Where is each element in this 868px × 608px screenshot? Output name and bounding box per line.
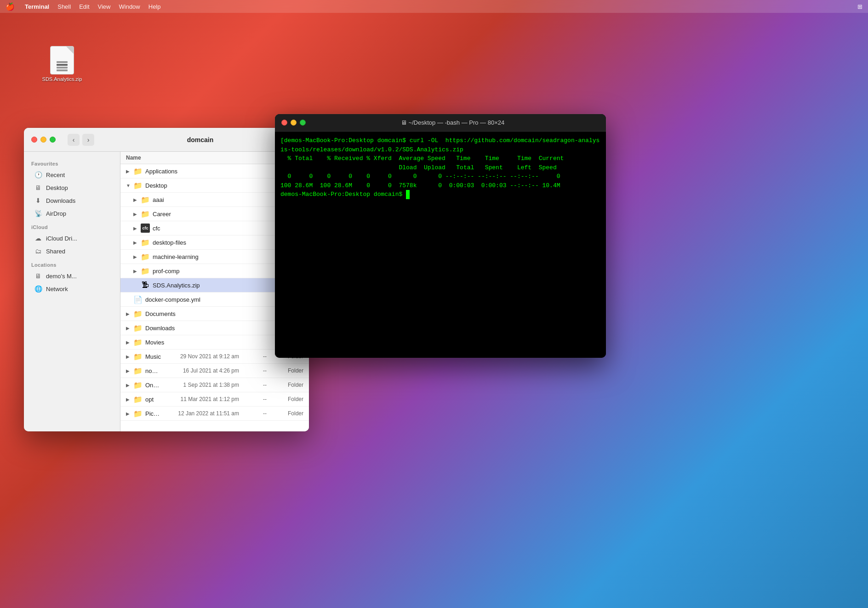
terminal-line-4: 0 0 0 0 0 0 0 0 --:--:-- --:--:-- --:--:… <box>280 172 600 181</box>
sidebar-item-desktop[interactable]: 🖥 Desktop <box>27 181 117 194</box>
icloud-icon: ☁ <box>34 234 42 242</box>
table-row[interactable]: ▶ 📁 opt 11 Mar 2021 at 1:12 pm -- Folder <box>120 392 309 407</box>
folder-icon: 📁 <box>133 395 143 404</box>
table-row[interactable]: ▶ 📁 node_modules 16 Jul 2021 at 4:26 pm … <box>120 364 309 378</box>
folder-icon: 📁 <box>133 323 143 333</box>
sidebar-item-shared[interactable]: 🗂 Shared <box>27 245 117 258</box>
chevron-icon: ▶ <box>126 383 133 388</box>
favourites-header: Favourites <box>24 156 120 168</box>
menubar-shell[interactable]: Shell <box>57 3 71 10</box>
sidebar-item-recent[interactable]: 🕐 Recent <box>27 168 117 181</box>
downloads-icon: ⬇ <box>34 196 42 205</box>
finder-sidebar: Favourites 🕐 Recent 🖥 Desktop ⬇ Download… <box>24 152 120 431</box>
chevron-icon: ▶ <box>133 212 141 217</box>
file-kind: Folder <box>267 396 303 402</box>
finder-forward-button[interactable]: › <box>82 134 94 146</box>
menubar-window[interactable]: Window <box>119 3 140 10</box>
menubar-view[interactable]: View <box>98 3 111 10</box>
terminal-traffic-lights <box>281 120 306 126</box>
terminal-line-3: Dload Upload Total Spent Left Speed <box>280 163 600 172</box>
sidebar-item-network[interactable]: 🌐 Network <box>27 282 117 295</box>
file-size: -- <box>239 367 267 374</box>
file-name: Music <box>145 353 161 360</box>
zip-icon: 🗜 <box>141 281 150 290</box>
sidebar-recent-label: Recent <box>46 172 65 178</box>
folder-icon: 📁 <box>133 380 143 390</box>
finder-body: Favourites 🕐 Recent 🖥 Desktop ⬇ Download… <box>24 152 309 431</box>
file-date: 12 Jan 2022 at 11:51 am <box>161 410 239 417</box>
special-folder-icon: 📁 <box>141 252 150 261</box>
folder-icon: 📁 <box>133 409 143 418</box>
folder-icon: 📁 <box>133 338 143 347</box>
sidebar-item-airdrop[interactable]: 📡 AirDrop <box>27 207 117 220</box>
sidebar-item-mac[interactable]: 🖥 demo's M... <box>27 270 117 282</box>
sidebar-item-icloud[interactable]: ☁ iCloud Dri... <box>27 232 117 245</box>
terminal-close-button[interactable] <box>281 120 287 126</box>
finder-maximize-button[interactable] <box>50 137 56 143</box>
file-kind: Folder <box>267 410 303 417</box>
terminal-maximize-button[interactable] <box>300 120 306 126</box>
sidebar-airdrop-label: AirDrop <box>46 210 66 217</box>
icloud-header: iCloud <box>24 220 120 232</box>
chevron-icon: ▶ <box>133 240 141 245</box>
folder-icon: 📁 <box>133 352 143 361</box>
finder-back-button[interactable]: ‹ <box>68 134 80 146</box>
folder-icon: 📁 <box>141 238 150 247</box>
file-kind: Folder <box>267 382 303 388</box>
menubar: 🍎 Terminal Shell Edit View Window Help ⊞ <box>0 0 868 13</box>
network-icon: 🌐 <box>34 285 42 293</box>
terminal-body[interactable]: [demos-MacBook-Pro:Desktop domcain$ curl… <box>275 132 606 358</box>
terminal-line-2: % Total % Received % Xferd Average Speed… <box>280 154 600 163</box>
menubar-help[interactable]: Help <box>148 3 161 10</box>
file-name: opt <box>145 396 161 403</box>
folder-icon: 📁 <box>133 181 143 190</box>
file-date: 1 Sep 2021 at 1:38 pm <box>161 382 239 388</box>
sidebar-network-label: Network <box>46 286 68 293</box>
table-row[interactable]: ▶ 📁 Pictures 12 Jan 2022 at 11:51 am -- … <box>120 407 309 421</box>
chevron-icon: ▶ <box>126 411 133 416</box>
apple-menu[interactable]: 🍎 <box>6 2 15 11</box>
special-folder-icon: 📁 <box>141 195 150 204</box>
terminal-minimize-button[interactable] <box>291 120 297 126</box>
folder-icon: 📁 <box>141 209 150 218</box>
sidebar-desktop-label: Desktop <box>46 184 68 191</box>
terminal-title-icon: 🖥 <box>401 119 409 126</box>
file-kind: Folder <box>267 367 303 374</box>
file-name: Pictures <box>145 410 161 417</box>
sidebar-item-downloads[interactable]: ⬇ Downloads <box>27 194 117 207</box>
chevron-icon: ▶ <box>133 269 141 274</box>
airdrop-icon: 📡 <box>34 209 42 218</box>
sidebar-downloads-label: Downloads <box>46 197 75 204</box>
file-size: -- <box>239 396 267 402</box>
sidebar-mac-label: demo's M... <box>46 273 77 280</box>
file-name: OneDrive - The University of Western Aus… <box>145 382 161 389</box>
chevron-icon: ▶ <box>133 197 141 202</box>
folder-icon: 📁 <box>133 166 143 176</box>
zip-file-icon <box>50 46 74 75</box>
menubar-edit[interactable]: Edit <box>79 3 89 10</box>
file-size: -- <box>239 353 267 360</box>
shared-icon: 🗂 <box>34 247 42 255</box>
finder-close-button[interactable] <box>31 137 37 143</box>
desktop-file-icon[interactable]: SDS.Analytics.zip <box>41 46 83 82</box>
file-name: node_modules <box>145 367 161 374</box>
sidebar-shared-label: Shared <box>46 248 65 255</box>
chevron-icon: ▶ <box>126 311 133 316</box>
finder-minimize-button[interactable] <box>40 137 46 143</box>
sidebar-icloud-label: iCloud Dri... <box>46 235 77 242</box>
chevron-icon: ▼ <box>126 183 133 188</box>
finder-navigation: ‹ › <box>68 134 94 146</box>
recent-icon: 🕐 <box>34 171 42 179</box>
finder-titlebar: ‹ › domcain <box>24 128 309 152</box>
mac-icon: 🖥 <box>34 272 42 280</box>
terminal-title: 🖥 ~/Desktop — -bash — Pro — 80×24 <box>306 119 600 126</box>
finder-window: ‹ › domcain Favourites 🕐 Recent 🖥 Deskto… <box>24 128 309 431</box>
chevron-icon: ▶ <box>126 354 133 359</box>
locations-header: Locations <box>24 258 120 270</box>
folder-icon: 📁 <box>133 309 143 318</box>
menubar-app-name[interactable]: Terminal <box>25 3 49 10</box>
chevron-icon: ▶ <box>133 226 141 231</box>
prof-folder-icon: 📁 <box>141 266 150 275</box>
table-row[interactable]: ▶ 📁 OneDrive - The University of Western… <box>120 378 309 392</box>
chevron-icon: ▶ <box>126 368 133 373</box>
